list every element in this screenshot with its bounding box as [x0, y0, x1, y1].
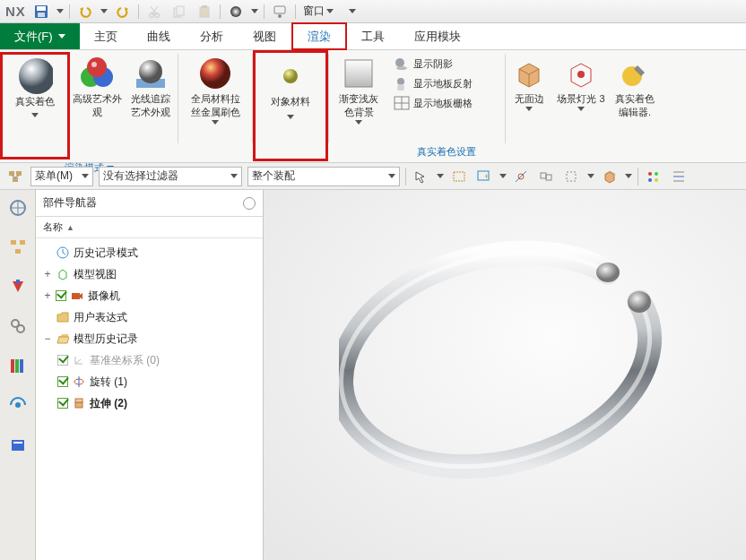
- sel4-icon[interactable]: [512, 167, 532, 186]
- svg-rect-2: [38, 13, 45, 17]
- svg-rect-61: [15, 359, 19, 373]
- node-datum-csys[interactable]: 基准坐标系 (0): [39, 349, 259, 371]
- svg-rect-1: [37, 6, 46, 11]
- sel6-dropdown[interactable]: [587, 174, 594, 178]
- svg-point-27: [397, 84, 404, 90]
- svg-rect-45: [567, 172, 576, 181]
- checkbox-icon[interactable]: [57, 355, 68, 366]
- ray-trace-button[interactable]: 光线追踪 艺术外观: [124, 52, 178, 140]
- cut-icon: [144, 3, 164, 21]
- svg-point-49: [655, 178, 658, 182]
- sel3-dropdown[interactable]: [499, 174, 507, 178]
- menu-analyze[interactable]: 分析: [186, 23, 239, 49]
- true-shade-editor-button[interactable]: 真实着色 编辑器.: [610, 52, 660, 140]
- save-dropdown-icon[interactable]: [56, 9, 64, 13]
- menu-tools[interactable]: 工具: [347, 23, 400, 49]
- true-shading-button[interactable]: 真实着色: [0, 52, 70, 159]
- checkbox-icon[interactable]: [57, 398, 68, 409]
- grid-icon: [394, 96, 410, 110]
- 3d-viewport[interactable]: [264, 190, 746, 560]
- svg-point-22: [283, 69, 298, 83]
- chevron-down-icon: [577, 107, 585, 111]
- sel9-icon[interactable]: [669, 167, 689, 186]
- node-revolve[interactable]: 旋转 (1): [39, 371, 259, 392]
- color-balls-icon: [79, 56, 115, 91]
- lbtn-constraints-icon[interactable]: [5, 274, 30, 299]
- checkbox-icon[interactable]: [56, 290, 66, 301]
- sel1-icon[interactable]: [412, 167, 431, 186]
- menu-file[interactable]: 文件(F): [0, 23, 80, 49]
- save-icon[interactable]: [31, 3, 51, 21]
- ribbon-group-extras: 无面边 场景灯光 3 真实着色 编辑器.: [506, 50, 660, 162]
- sel7-dropdown[interactable]: [625, 174, 632, 178]
- redo-icon[interactable]: [113, 3, 133, 21]
- menu-render[interactable]: 渲染: [291, 22, 347, 50]
- undo-icon[interactable]: [75, 3, 95, 21]
- assembly-combo[interactable]: 整个装配: [247, 167, 400, 186]
- scene-light-button[interactable]: 场景灯光 3: [552, 52, 610, 140]
- menu-view[interactable]: 视图: [239, 23, 291, 49]
- filter-bar: 菜单(M) 没有选择过滤器 整个装配 +: [0, 163, 746, 190]
- lbtn-info-icon[interactable]: [5, 392, 30, 418]
- svg-rect-62: [20, 359, 23, 373]
- appearance-icon[interactable]: [226, 3, 246, 21]
- svg-point-25: [396, 66, 407, 70]
- adv-art-appearance-button[interactable]: 高级艺术外 观: [70, 52, 124, 140]
- appearance-dropdown-icon[interactable]: [251, 9, 258, 13]
- pin-icon[interactable]: [243, 197, 256, 210]
- sel6-icon[interactable]: [562, 167, 582, 186]
- window-menu[interactable]: 窗口: [303, 4, 334, 19]
- node-history-mode[interactable]: 历史记录模式: [39, 242, 259, 263]
- ribbon-group-global-material: 全局材料拉 丝金属刷色: [178, 50, 252, 162]
- lbtn-tree-icon[interactable]: [5, 235, 30, 260]
- sel7-icon[interactable]: [600, 167, 620, 186]
- svg-rect-43: [541, 173, 546, 178]
- clock-icon: [56, 246, 70, 260]
- no-face-edge-button[interactable]: 无面边: [506, 52, 552, 140]
- selection-filter-combo[interactable]: 没有选择过滤器: [99, 167, 242, 186]
- svg-rect-65: [13, 442, 22, 444]
- global-material-button[interactable]: 全局材料拉 丝金属刷色: [178, 52, 252, 140]
- svg-rect-44: [546, 175, 551, 180]
- show-shadow-toggle[interactable]: 显示阴影: [390, 54, 456, 73]
- checkbox-icon[interactable]: [57, 376, 68, 387]
- paste-icon: [195, 3, 214, 21]
- lbtn-link-icon[interactable]: [5, 314, 30, 339]
- node-extrude[interactable]: 拉伸 (2): [39, 392, 259, 414]
- sel3-icon[interactable]: +: [474, 167, 494, 186]
- undo-dropdown-icon[interactable]: [100, 9, 108, 13]
- show-floor-reflection-toggle[interactable]: 显示地板反射: [390, 73, 476, 93]
- sel8-icon[interactable]: [644, 167, 664, 186]
- lbtn-books-icon[interactable]: [5, 353, 30, 378]
- sel2-icon[interactable]: [449, 167, 469, 186]
- menu-curve[interactable]: 曲线: [133, 23, 186, 49]
- nav-column-header[interactable]: 名称 ▲: [36, 217, 263, 238]
- svg-rect-73: [75, 402, 82, 408]
- sphere-icon: [17, 58, 53, 94]
- revolve-icon: [72, 375, 86, 389]
- overflow-icon[interactable]: [343, 3, 362, 21]
- show-floor-grid-toggle[interactable]: 显示地板栅格: [390, 93, 476, 113]
- node-camera[interactable]: + 摄像机: [39, 285, 259, 306]
- lbtn-history-icon[interactable]: [5, 432, 30, 457]
- menu-app[interactable]: 应用模块: [400, 23, 476, 49]
- ribbon: 真实着色 高级艺术外 观 光线追踪 艺术外观 渲染模式 全局材料拉 丝金属刷色: [0, 50, 746, 163]
- ribbon-group-object-material: 对象材料: [253, 50, 328, 161]
- node-user-expression[interactable]: 用户表达式: [39, 306, 259, 328]
- lbtn-nav-icon[interactable]: [5, 195, 30, 220]
- object-material-button[interactable]: 对象材料: [255, 55, 326, 138]
- svg-point-76: [596, 263, 620, 282]
- svg-rect-34: [16, 171, 22, 176]
- node-model-view[interactable]: + 模型视图: [39, 263, 259, 285]
- background-button[interactable]: 渐变浅灰 色背景: [332, 52, 386, 140]
- sel5-icon[interactable]: [537, 167, 557, 186]
- camera-icon: [70, 289, 84, 303]
- menu-home[interactable]: 主页: [80, 23, 133, 49]
- menu-combo[interactable]: 菜单(M): [30, 167, 93, 186]
- touch-icon[interactable]: [270, 3, 290, 21]
- strategy-icon[interactable]: [5, 167, 25, 186]
- svg-rect-8: [177, 6, 184, 15]
- node-model-history[interactable]: − 模型历史记录: [39, 328, 259, 349]
- svg-rect-54: [11, 240, 16, 245]
- sel1-dropdown[interactable]: [437, 174, 444, 178]
